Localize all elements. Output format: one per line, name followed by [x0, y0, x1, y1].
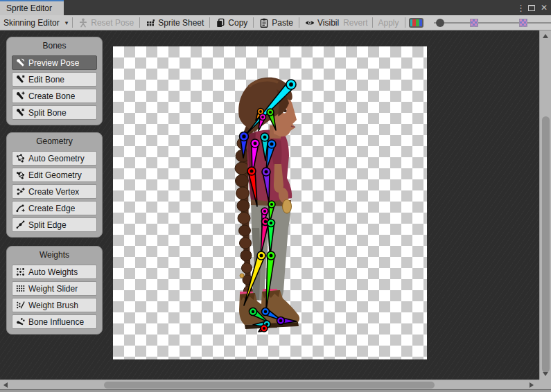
mip-texture-icon	[519, 19, 527, 27]
edit-geometry-button[interactable]: Edit Geometry	[12, 168, 97, 182]
revert-button[interactable]: Revert	[339, 15, 371, 30]
split-edge-button[interactable]: Split Edge	[12, 217, 97, 232]
split-bone-button[interactable]: Split Bone	[12, 105, 97, 120]
visibility-label: Visibil	[317, 18, 339, 28]
auto-geometry-button[interactable]: Auto Geometry	[12, 151, 97, 166]
create-vertex-icon	[16, 187, 25, 196]
close-icon[interactable]: ✕	[540, 3, 548, 12]
scroll-left-arrow-icon[interactable]	[3, 382, 8, 388]
create-vertex-button[interactable]: Create Vertex	[12, 184, 97, 199]
sprite-sheet-label: Sprite Sheet	[158, 18, 204, 28]
tab-title: Sprite Editor	[6, 3, 52, 13]
split-bone-label: Split Bone	[28, 108, 67, 118]
auto-weights-icon	[16, 267, 25, 276]
split-bone-icon	[16, 108, 25, 117]
weight-slider-icon	[16, 284, 25, 293]
apply-label: Apply	[378, 18, 399, 28]
scroll-right-arrow-icon[interactable]	[530, 382, 534, 388]
preview-pose-label: Preview Pose	[28, 58, 79, 68]
bottom-edge	[0, 389, 551, 392]
slider-track[interactable]	[434, 22, 551, 24]
edit-geometry-label: Edit Geometry	[28, 170, 82, 180]
mip-level-slider[interactable]	[431, 15, 551, 30]
visibility-eye-icon	[305, 18, 315, 28]
create-bone-button[interactable]: Create Bone	[12, 89, 97, 103]
weight-slider-button[interactable]: Weight Slider	[12, 281, 97, 296]
auto-weights-button[interactable]: Auto Weights	[12, 265, 97, 279]
sprite-editor-window: Sprite Editor ⋮ ✕ Skinning Editor ▾ Rese…	[0, 0, 551, 392]
copy-button[interactable]: Copy	[210, 15, 253, 30]
horizontal-scrollbar-thumb[interactable]	[104, 382, 435, 389]
reset-pose-label: Reset Pose	[91, 18, 134, 28]
edit-geometry-icon	[16, 170, 25, 179]
toolbar-separator	[405, 17, 405, 28]
edit-bone-label: Edit Bone	[28, 75, 64, 84]
panel-weights-title: Weights	[12, 250, 97, 260]
weight-brush-button[interactable]: Weight Brush	[12, 298, 97, 312]
auto-geometry-icon	[16, 154, 25, 163]
scroll-down-arrow-icon[interactable]	[543, 372, 548, 376]
create-bone-icon	[16, 91, 25, 100]
edit-bone-button[interactable]: Edit Bone	[12, 72, 97, 87]
kebab-menu-icon[interactable]: ⋮	[516, 3, 523, 13]
workspace: Bones Preview Pose Edit Bone Create Bone…	[0, 30, 551, 392]
scrollbar-corner	[539, 380, 551, 389]
copy-label: Copy	[228, 18, 247, 28]
panel-weights-buttons: Auto Weights Weight Slider Weight Brush …	[12, 265, 97, 329]
vertical-scrollbar[interactable]	[539, 30, 551, 380]
color-channels-swatch-button[interactable]	[409, 18, 423, 28]
create-edge-icon	[16, 204, 25, 213]
split-edge-icon	[16, 220, 25, 229]
mip-texture-icon	[470, 19, 478, 27]
panel-geometry-title: Geometry	[12, 136, 97, 147]
skinning-editor-dropdown[interactable]: Skinning Editor ▾	[0, 15, 72, 30]
create-vertex-label: Create Vertex	[28, 187, 79, 197]
revert-label: Revert	[343, 18, 367, 28]
maximize-icon[interactable]	[528, 5, 535, 11]
sprite-sheet-button[interactable]: Sprite Sheet	[140, 15, 209, 30]
window-controls: ⋮ ✕	[516, 0, 548, 15]
toolbar: Skinning Editor ▾ Reset Pose Sprite Shee…	[0, 15, 551, 30]
bone-influence-icon	[16, 317, 25, 326]
preview-pose-button[interactable]: Preview Pose	[12, 55, 97, 70]
panel-geometry-buttons: Auto Geometry Edit Geometry Create Verte…	[12, 151, 97, 232]
panel-weights: Weights Auto Weights Weight Slider Weigh…	[6, 246, 103, 335]
panel-bones-buttons: Preview Pose Edit Bone Create Bone Split…	[12, 55, 97, 120]
paste-icon	[259, 18, 269, 28]
copy-icon	[216, 18, 225, 28]
sprite-view	[113, 46, 427, 359]
sprite-canvas[interactable]	[113, 46, 427, 359]
create-edge-button[interactable]: Create Edge	[12, 201, 97, 215]
weight-brush-icon	[16, 301, 25, 310]
panel-bones-title: Bones	[12, 41, 97, 51]
panel-bones: Bones Preview Pose Edit Bone Create Bone…	[6, 37, 103, 125]
apply-button[interactable]: Apply	[373, 15, 405, 30]
reset-pose-icon	[78, 18, 88, 28]
bone-influence-label: Bone Influence	[28, 317, 84, 327]
weight-slider-label: Weight Slider	[28, 284, 78, 294]
weight-brush-label: Weight Brush	[28, 301, 78, 310]
panel-geometry: Geometry Auto Geometry Edit Geometry Cre…	[6, 132, 103, 238]
horizontal-scrollbar[interactable]	[0, 380, 539, 389]
titlebar: Sprite Editor ⋮ ✕	[0, 0, 551, 15]
scroll-up-arrow-icon[interactable]	[543, 34, 548, 38]
create-bone-label: Create Bone	[28, 91, 75, 101]
visibility-button[interactable]: Visibil	[299, 15, 339, 30]
auto-weights-label: Auto Weights	[28, 267, 78, 277]
paste-label: Paste	[272, 18, 293, 28]
auto-geometry-label: Auto Geometry	[28, 154, 85, 163]
create-edge-label: Create Edge	[28, 204, 75, 213]
sprite-sheet-icon	[146, 18, 155, 28]
tab-sprite-editor[interactable]: Sprite Editor	[0, 0, 64, 15]
edit-bone-icon	[16, 75, 25, 84]
preview-pose-icon	[16, 58, 25, 67]
slider-handle[interactable]	[436, 19, 444, 27]
reset-pose-button[interactable]: Reset Pose	[73, 15, 139, 30]
chevron-down-icon: ▾	[65, 19, 69, 26]
split-edge-label: Split Edge	[28, 220, 67, 230]
vertical-scrollbar-thumb[interactable]	[542, 116, 550, 373]
bone-influence-button[interactable]: Bone Influence	[12, 314, 97, 329]
skinning-editor-label: Skinning Editor	[3, 18, 60, 28]
paste-button[interactable]: Paste	[254, 15, 299, 30]
